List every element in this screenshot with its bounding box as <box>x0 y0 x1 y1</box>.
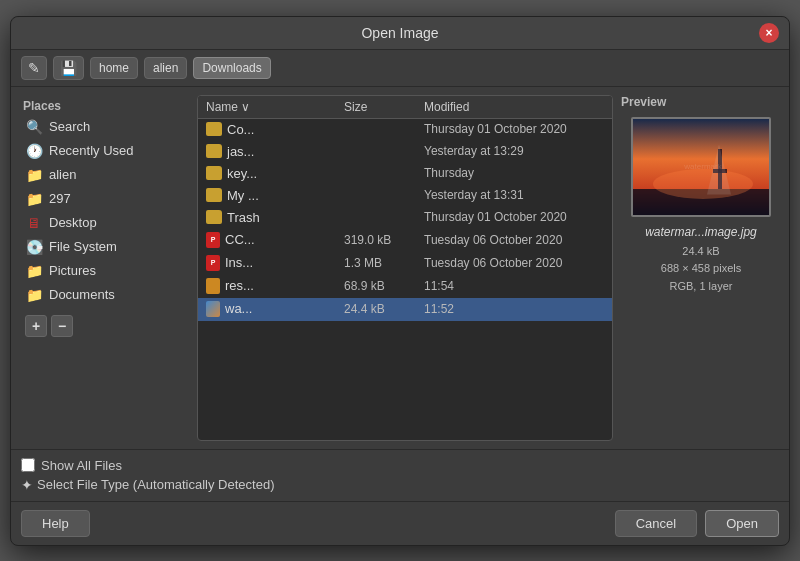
disk-button[interactable]: 💾 <box>53 56 84 80</box>
title-bar: Open Image × <box>11 17 789 50</box>
svg-point-2 <box>653 169 753 199</box>
sidebar-actions: + − <box>19 311 189 341</box>
file-name-cell: P Ins... <box>206 255 344 271</box>
file-list-header: Name ∨ Size Modified <box>198 96 612 119</box>
sidebar-item-search[interactable]: 🔍 Search <box>19 115 189 139</box>
show-all-files-checkbox[interactable] <box>21 458 35 472</box>
preview-meta: 24.4 kB 688 × 458 pixels RGB, 1 layer <box>661 243 741 296</box>
folder-icon <box>206 210 222 224</box>
table-row[interactable]: My ... Yesterday at 13:31 <box>198 185 612 207</box>
sidebar-item-label: File System <box>49 239 117 254</box>
edit-button[interactable]: ✎ <box>21 56 47 80</box>
footer: Help Cancel Open <box>11 501 789 545</box>
pdf-icon: P <box>206 232 220 248</box>
table-row[interactable]: key... Thursday <box>198 163 612 185</box>
sidebar-title: Places <box>19 95 189 115</box>
pdf-icon: P <box>206 255 220 271</box>
table-row[interactable]: P Ins... 1.3 MB Tuesday 06 October 2020 <box>198 252 612 275</box>
sidebar-item-label: Search <box>49 119 90 134</box>
file-name-cell: jas... <box>206 144 344 159</box>
preview-title: Preview <box>621 95 666 109</box>
cancel-button[interactable]: Cancel <box>615 510 697 537</box>
folder-icon <box>206 144 222 158</box>
svg-text:watermark: watermark <box>683 162 722 171</box>
main-area: Places 🔍 Search 🕐 Recently Used 📁 alien … <box>11 87 789 449</box>
zip-icon <box>206 278 220 294</box>
sidebar-item-297[interactable]: 📁 297 <box>19 187 189 211</box>
folder-icon: 📁 <box>25 166 43 184</box>
preview-image: watermark <box>631 117 771 217</box>
toolbar: ✎ 💾 home alien Downloads <box>11 50 789 87</box>
column-size[interactable]: Size <box>344 100 424 114</box>
sidebar-item-label: alien <box>49 167 76 182</box>
folder-icon <box>206 122 222 136</box>
table-row[interactable]: wa... 24.4 kB 11:52 <box>198 298 612 321</box>
sidebar-item-documents[interactable]: 📁 Documents <box>19 283 189 307</box>
file-list-body: Co... Thursday 01 October 2020 jas... Ye… <box>198 119 612 440</box>
sidebar-item-label: 297 <box>49 191 71 206</box>
expand-icon: ✦ <box>21 477 33 493</box>
breadcrumb-alien[interactable]: alien <box>144 57 187 79</box>
footer-right: Cancel Open <box>615 510 779 537</box>
filesystem-icon: 💽 <box>25 238 43 256</box>
bottom-options: Show All Files ✦ Select File Type (Autom… <box>11 449 789 501</box>
preview-panel: Preview <box>621 95 781 441</box>
sidebar-item-label: Pictures <box>49 263 96 278</box>
file-name-cell: My ... <box>206 188 344 203</box>
preview-filename: watermar...image.jpg <box>645 225 757 239</box>
file-name-cell: key... <box>206 166 344 181</box>
close-button[interactable]: × <box>759 23 779 43</box>
dialog-title: Open Image <box>361 25 438 41</box>
sidebar-item-label: Recently Used <box>49 143 134 158</box>
pictures-icon: 📁 <box>25 262 43 280</box>
column-modified[interactable]: Modified <box>424 100 604 114</box>
file-name-cell: Trash <box>206 210 344 225</box>
select-file-type-label: Select File Type (Automatically Detected… <box>37 477 274 492</box>
sidebar-item-recently-used[interactable]: 🕐 Recently Used <box>19 139 189 163</box>
file-name-cell: P CC... <box>206 232 344 248</box>
image-icon <box>206 301 220 317</box>
breadcrumb-home[interactable]: home <box>90 57 138 79</box>
breadcrumb-downloads[interactable]: Downloads <box>193 57 270 79</box>
table-row[interactable]: res... 68.9 kB 11:54 <box>198 275 612 298</box>
sidebar-item-label: Desktop <box>49 215 97 230</box>
help-button[interactable]: Help <box>21 510 90 537</box>
file-panel: Name ∨ Size Modified Co... Thursday 01 O… <box>197 95 613 441</box>
svg-rect-3 <box>718 149 722 189</box>
desktop-icon: 🖥 <box>25 214 43 232</box>
add-bookmark-button[interactable]: + <box>25 315 47 337</box>
remove-bookmark-button[interactable]: − <box>51 315 73 337</box>
open-image-dialog: Open Image × ✎ 💾 home alien Downloads Pl… <box>10 16 790 546</box>
folder-icon <box>206 166 222 180</box>
svg-rect-4 <box>713 169 727 173</box>
file-name-cell: wa... <box>206 301 344 317</box>
sidebar-item-pictures[interactable]: 📁 Pictures <box>19 259 189 283</box>
search-icon: 🔍 <box>25 118 43 136</box>
recently-used-icon: 🕐 <box>25 142 43 160</box>
show-all-files-row: Show All Files <box>21 456 779 475</box>
sidebar-item-alien[interactable]: 📁 alien <box>19 163 189 187</box>
documents-icon: 📁 <box>25 286 43 304</box>
open-button[interactable]: Open <box>705 510 779 537</box>
sidebar-item-desktop[interactable]: 🖥 Desktop <box>19 211 189 235</box>
table-row[interactable]: Co... Thursday 01 October 2020 <box>198 119 612 141</box>
folder-icon: 📁 <box>25 190 43 208</box>
show-all-files-label: Show All Files <box>41 458 122 473</box>
table-row[interactable]: Trash Thursday 01 October 2020 <box>198 207 612 229</box>
select-file-type-row[interactable]: ✦ Select File Type (Automatically Detect… <box>21 475 779 495</box>
table-row[interactable]: jas... Yesterday at 13:29 <box>198 141 612 163</box>
sidebar-item-label: Documents <box>49 287 115 302</box>
sidebar: Places 🔍 Search 🕐 Recently Used 📁 alien … <box>19 95 189 441</box>
file-name-cell: Co... <box>206 122 344 137</box>
sidebar-item-file-system[interactable]: 💽 File System <box>19 235 189 259</box>
folder-icon <box>206 188 222 202</box>
footer-left: Help <box>21 510 90 537</box>
file-name-cell: res... <box>206 278 344 294</box>
column-name[interactable]: Name ∨ <box>206 100 344 114</box>
table-row[interactable]: P CC... 319.0 kB Tuesday 06 October 2020 <box>198 229 612 252</box>
